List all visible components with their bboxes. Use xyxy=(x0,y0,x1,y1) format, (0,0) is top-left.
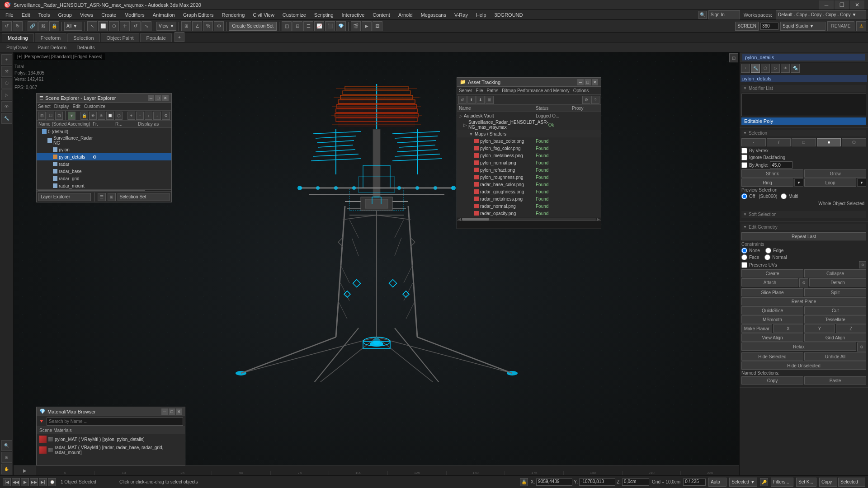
create-panel-icon[interactable]: + xyxy=(741,64,750,73)
menu-file[interactable]: File xyxy=(2,10,17,19)
selected-bottom-dropdown[interactable]: Selected xyxy=(838,478,865,487)
menu-arnold[interactable]: Arnold xyxy=(395,10,416,19)
repeat-last-button[interactable]: Repeat Last xyxy=(741,232,866,240)
key-filter-btn[interactable]: 🔑 xyxy=(760,478,768,486)
se-menu-customize[interactable]: Customize xyxy=(84,104,105,109)
loop-button[interactable]: Loop xyxy=(804,178,856,187)
search-icon[interactable]: 🔍 xyxy=(698,11,707,19)
hierarchy-tool[interactable]: ⬡ xyxy=(1,78,12,89)
close-button[interactable]: ✕ xyxy=(850,0,864,9)
element-button[interactable]: ⬡ xyxy=(842,138,866,146)
sub-tab-paint-deform[interactable]: Paint Deform xyxy=(33,44,71,51)
se-select-none[interactable]: ☐ xyxy=(47,112,54,120)
at-root-item[interactable]: ▷ Autodesk Vault Logged O... xyxy=(457,112,601,119)
y-coord[interactable]: -10780,813 xyxy=(579,479,615,486)
auto-dropdown[interactable]: Auto xyxy=(708,478,726,487)
scene-explorer-minimize[interactable]: ─ xyxy=(148,95,154,101)
layer-explorer-dropdown[interactable]: Layer Explorer xyxy=(38,193,91,201)
mat-browser-header[interactable]: 💎 Material/Map Browser ─ □ ✕ xyxy=(37,407,185,416)
menu-interactive[interactable]: Interactive xyxy=(338,10,368,19)
shrink-button[interactable]: Shrink xyxy=(741,169,803,178)
move-button[interactable]: ✛ xyxy=(120,21,130,31)
tab-freeform[interactable]: Freeform xyxy=(35,33,67,42)
collapse-button[interactable]: Collapse xyxy=(804,269,866,277)
at-map-pylon-roughness[interactable]: pylon_roughness.png Found xyxy=(457,174,601,181)
se-filter-btn[interactable]: ▼ xyxy=(68,112,75,120)
zoom-tool[interactable]: 🔍 xyxy=(1,440,12,451)
render-setup[interactable]: 🎬 xyxy=(351,21,361,31)
zoom-all-tool[interactable]: ⊞ xyxy=(1,452,12,463)
menu-animation[interactable]: Animation xyxy=(149,10,179,19)
msmooth-button[interactable]: MSmooth xyxy=(741,315,803,324)
z-button[interactable]: Z xyxy=(836,324,867,333)
pan-tool[interactable]: ✋ xyxy=(1,464,12,474)
se-wire-btn[interactable]: ⬡ xyxy=(115,112,123,120)
tab-populate[interactable]: Populate xyxy=(140,33,171,42)
view-dropdown[interactable]: View ▼ xyxy=(156,22,176,31)
edge-button[interactable]: / xyxy=(767,138,791,146)
display-panel-icon[interactable]: 👁 xyxy=(781,64,790,73)
modify-tool[interactable]: ⚒ xyxy=(1,66,12,77)
at-expand[interactable]: ⊞ xyxy=(486,96,494,104)
menu-tools[interactable]: Tools xyxy=(35,10,54,19)
at-title-bar[interactable]: 📁 Asset Tracking ─ □ ✕ xyxy=(457,78,601,87)
lock-icon[interactable]: 🔒 xyxy=(520,478,528,486)
at-help[interactable]: ? xyxy=(591,96,599,104)
create-tool[interactable]: + xyxy=(1,54,12,65)
relax-button[interactable]: Relax xyxy=(741,343,856,351)
loop-spin-down[interactable]: ▼ xyxy=(857,178,866,187)
at-path-input[interactable] xyxy=(457,221,601,229)
by-angle-checkbox[interactable] xyxy=(741,162,747,168)
at-map-radar-opacity[interactable]: radar_opacity.png Found xyxy=(457,210,601,217)
prev-frame-btn[interactable]: |◀ xyxy=(3,478,11,486)
scene-materials-header[interactable]: Scene Materials xyxy=(37,427,185,434)
create-selection-set-button[interactable]: Create Selection Set xyxy=(229,22,277,31)
se-row-default-layer[interactable]: 0 (default) xyxy=(37,128,171,135)
menu-rendering[interactable]: Rendering xyxy=(218,10,249,19)
ignore-backfacing-checkbox[interactable] xyxy=(741,155,747,160)
sub-tab-polydraw[interactable]: PolyDraw xyxy=(2,44,32,51)
menu-edit[interactable]: Edit xyxy=(18,10,34,19)
at-menu-paths[interactable]: Paths xyxy=(487,88,499,93)
se-menu-edit[interactable]: Edit xyxy=(73,104,80,109)
at-map-radar-goughness[interactable]: radar_goughness.png Found xyxy=(457,188,601,195)
at-close[interactable]: ✕ xyxy=(592,79,598,85)
bind-button[interactable]: 🔒 xyxy=(49,21,59,31)
unhide-all-button[interactable]: Unhide All xyxy=(804,352,866,361)
schematic-button[interactable]: ⬛ xyxy=(325,21,335,31)
filter-dropdown[interactable]: All ▼ xyxy=(64,22,82,31)
mat-search-input[interactable] xyxy=(47,418,183,426)
se-del-layer[interactable]: − xyxy=(136,112,144,120)
at-settings[interactable]: ⚙ xyxy=(582,96,590,104)
make-planar-button[interactable]: Make Planar xyxy=(741,324,772,333)
se-row-radar-grid[interactable]: radar_grid xyxy=(37,175,171,182)
at-menu-options[interactable]: Options xyxy=(573,88,589,93)
minimize-button[interactable]: ─ xyxy=(819,0,834,9)
percent-snap[interactable]: % xyxy=(203,21,213,31)
link-button[interactable]: 🔗 xyxy=(28,21,38,31)
mat-item-pylon[interactable]: pylon_MAT ( VRayMtl ) [pylon, pylon_deta… xyxy=(37,434,185,444)
at-menu-bitmap[interactable]: Bitmap Performance and Memory xyxy=(502,88,570,93)
snap-toggle[interactable]: ⊞ xyxy=(181,21,191,31)
copy-bottom-dropdown[interactable]: Copy xyxy=(819,478,837,487)
at-map-pylon-normal[interactable]: pylon_normal.png Found xyxy=(457,159,601,166)
mirror-button[interactable]: ◫ xyxy=(282,21,292,31)
selection-set-dropdown[interactable]: Selection Set xyxy=(118,193,170,201)
detach-button[interactable]: Detach xyxy=(809,278,866,286)
scale-button[interactable]: ⤡ xyxy=(142,21,151,31)
mat-browser-minimize[interactable]: ─ xyxy=(161,408,168,415)
at-minimize[interactable]: ─ xyxy=(577,79,584,85)
se-freeze-btn[interactable]: ❄ xyxy=(98,112,105,120)
at-map-pylon-refract[interactable]: pylon_refract.png Found xyxy=(457,166,601,174)
at-scrollbar[interactable]: ◀ ▶ xyxy=(457,217,601,221)
menu-3dground[interactable]: 3DGROUND xyxy=(491,10,527,19)
render-frame[interactable]: 🖼 xyxy=(373,21,382,31)
slice-plane-button[interactable]: Slice Plane xyxy=(741,288,803,296)
preserve-uvs-checkbox[interactable] xyxy=(741,262,747,268)
time-btn[interactable]: ⌚ xyxy=(48,478,56,486)
redo-button[interactable]: ↻ xyxy=(13,21,23,31)
se-row-pylon[interactable]: pylon xyxy=(37,146,171,153)
se-render-btn[interactable]: 🔲 xyxy=(106,112,114,120)
timeline-bar[interactable]: ▶ 0 10 25 50 75 100 125 150 175 190 210 … xyxy=(14,465,739,475)
menu-graph-editors[interactable]: Graph Editors xyxy=(179,10,217,19)
